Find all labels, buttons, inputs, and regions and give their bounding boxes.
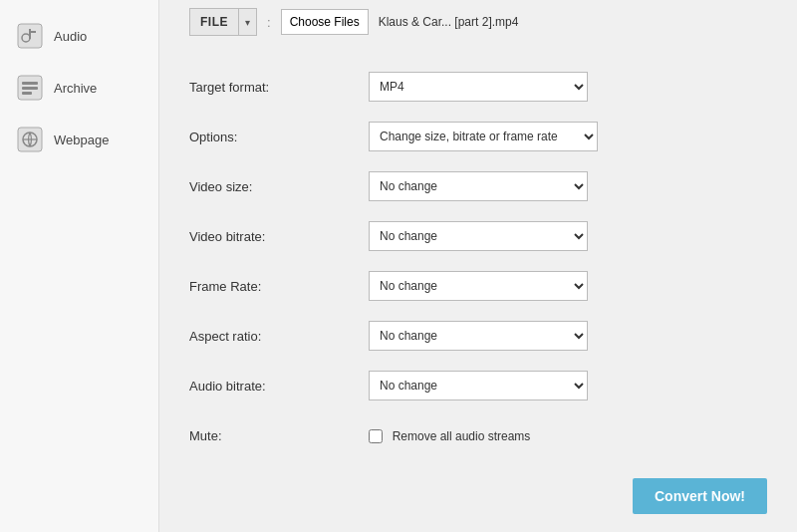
aspect-ratio-select[interactable]: No change [369, 321, 588, 351]
video-size-label: Video size: [189, 163, 369, 209]
mute-row: Mute: Remove all audio streams [189, 412, 767, 458]
aspect-ratio-label: Aspect ratio: [189, 313, 369, 359]
file-dropdown-button[interactable] [238, 8, 257, 36]
archive-icon [16, 74, 44, 102]
video-bitrate-label: Video bitrate: [189, 213, 369, 259]
video-size-row: Video size: No change [189, 163, 767, 209]
target-format-select[interactable]: MP4 AVI MKV MOV WMV [369, 72, 588, 102]
frame-rate-label: Frame Rate: [189, 263, 369, 309]
svg-rect-7 [22, 92, 32, 95]
sidebar-item-archive-label: Archive [54, 81, 97, 96]
aspect-ratio-row: Aspect ratio: No change [189, 313, 767, 359]
filename-display: Klaus & Car... [part 2].mp4 [379, 15, 519, 29]
frame-rate-cell: No change [369, 263, 767, 309]
video-size-select[interactable]: No change [369, 171, 588, 201]
sidebar-item-archive[interactable]: Archive [0, 62, 158, 114]
svg-rect-5 [22, 82, 38, 85]
options-label: Options: [189, 114, 369, 159]
file-button[interactable]: FILE [189, 8, 238, 36]
sidebar-item-webpage-label: Webpage [54, 133, 109, 147]
options-cell: Change size, bitrate or frame rate No ch… [369, 114, 767, 159]
webpage-icon [16, 126, 44, 153]
svg-rect-3 [31, 31, 36, 33]
choose-files-button[interactable]: Choose Files [281, 9, 369, 35]
svg-rect-2 [29, 29, 31, 39]
sidebar-item-webpage[interactable]: Webpage [0, 114, 158, 165]
audio-icon [16, 22, 44, 50]
mute-checkbox[interactable] [369, 429, 383, 443]
aspect-ratio-cell: No change [369, 313, 767, 359]
options-row: Options: Change size, bitrate or frame r… [189, 114, 767, 159]
bottom-bar: Convert Now! [189, 462, 767, 514]
top-bar: FILE : Choose Files Klaus & Car... [part… [189, 0, 767, 44]
colon-separator: : [267, 15, 271, 30]
options-select[interactable]: Change size, bitrate or frame rate No ch… [369, 122, 598, 151]
svg-rect-6 [22, 87, 38, 90]
sidebar: Audio Archive Webpage [0, 0, 159, 532]
target-format-row: Target format: MP4 AVI MKV MOV WMV [189, 64, 767, 110]
frame-rate-row: Frame Rate: No change [189, 263, 767, 309]
video-bitrate-row: Video bitrate: No change [189, 213, 767, 259]
video-size-cell: No change [369, 163, 767, 209]
mute-cell: Remove all audio streams [369, 412, 767, 458]
file-btn-group: FILE [189, 8, 257, 36]
main-content: FILE : Choose Files Klaus & Car... [part… [159, 0, 797, 532]
options-form: Target format: MP4 AVI MKV MOV WMV Optio… [189, 60, 767, 462]
video-bitrate-cell: No change [369, 213, 767, 259]
audio-bitrate-label: Audio bitrate: [189, 363, 369, 408]
convert-now-button[interactable]: Convert Now! [633, 478, 767, 514]
mute-label: Mute: [189, 412, 369, 458]
mute-checkbox-label: Remove all audio streams [393, 429, 531, 443]
audio-bitrate-cell: No change [369, 363, 767, 408]
sidebar-item-audio[interactable]: Audio [0, 10, 158, 62]
sidebar-item-audio-label: Audio [54, 29, 87, 44]
target-format-label: Target format: [189, 64, 369, 110]
audio-bitrate-select[interactable]: No change [369, 371, 588, 400]
video-bitrate-select[interactable]: No change [369, 221, 588, 251]
target-format-cell: MP4 AVI MKV MOV WMV [369, 64, 767, 110]
audio-bitrate-row: Audio bitrate: No change [189, 363, 767, 408]
frame-rate-select[interactable]: No change [369, 271, 588, 301]
